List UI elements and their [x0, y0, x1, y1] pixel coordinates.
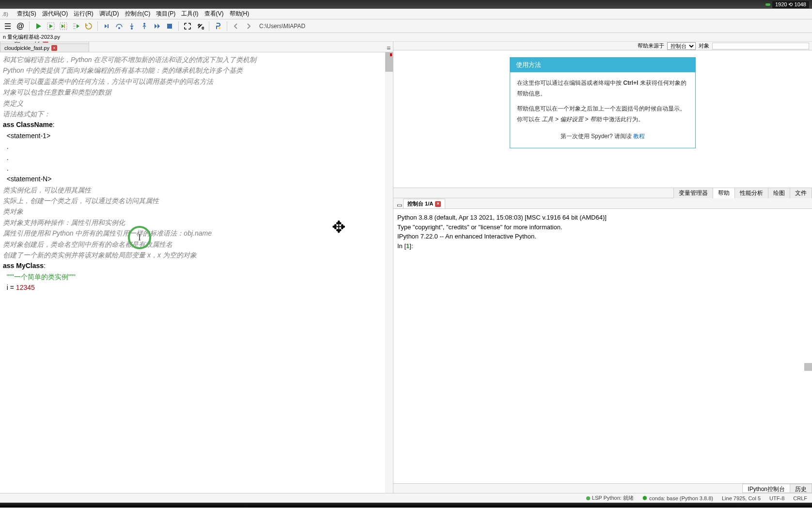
menu-控制台(C)[interactable]: 控制台(C) [122, 9, 154, 18]
window-title-hint: .8) [2, 11, 8, 17]
console-bottom-tab[interactable]: IPython控制台 [742, 484, 790, 493]
console-tabs: ▭ 控制台 1/A × [393, 198, 812, 209]
console-scroll-square[interactable] [804, 363, 812, 371]
right-pane-tabs: 变量管理器帮助性能分析绘图文件 [393, 188, 812, 198]
help-object-input[interactable] [712, 43, 809, 49]
svg-point-3 [118, 27, 120, 29]
run-selection-icon[interactable] [70, 20, 82, 32]
at-icon[interactable]: @ [15, 20, 26, 32]
menu-项目(P)[interactable]: 项目(P) [153, 9, 178, 18]
console-options-icon[interactable]: ▭ [395, 202, 403, 208]
help-object-label: 对象 [699, 42, 709, 49]
help-card: 使用方法 在这里你可以通过在编辑器或者终端中按 Ctrl+I 来获得任何对象的帮… [510, 57, 696, 148]
pane-tab-变量管理器[interactable]: 变量管理器 [673, 188, 713, 199]
console-line: Python 3.8.8 (default, Apr 13 2021, 15:0… [397, 213, 808, 222]
svg-point-7 [219, 27, 220, 29]
step-over-icon[interactable] [113, 20, 125, 32]
window-top-edge: 1920 ⟲ 1048 [0, 0, 812, 9]
menu-查看(V)[interactable]: 查看(V) [202, 9, 227, 18]
pane-tab-绘图[interactable]: 绘图 [768, 188, 790, 199]
main-toolbar: @ C:\Users\MIAPAD [0, 19, 812, 33]
right-panel: 帮助来源于 控制台 对象 使用方法 在这里你可以通过在编辑器或者终端中按 Ctr… [393, 42, 812, 493]
menu-源代码(O)[interactable]: 源代码(O) [39, 9, 71, 18]
editor-pane: temp.py×Python 量化编程基础-2023.py×using_sys.… [0, 42, 393, 493]
close-icon[interactable]: × [43, 42, 48, 43]
menu-调试(D)[interactable]: 调试(D) [96, 9, 122, 18]
code-line: . [0, 141, 393, 152]
close-icon[interactable]: × [51, 45, 57, 51]
tutorial-link[interactable]: 教程 [633, 133, 645, 140]
battery-led-icon [765, 3, 770, 6]
help-pane: 使用方法 在这里你可以通过在编辑器或者终端中按 Ctrl+I 来获得任何对象的帮… [393, 50, 812, 188]
code-line: 类实例化后，可以使用其属性 [0, 185, 393, 195]
tabs-overflow-icon[interactable]: ≡ [384, 44, 393, 52]
status-eol: CRLF [793, 495, 807, 501]
code-line: 类对象支持两种操作：属性引用和实例化 [0, 217, 393, 228]
editor-tab[interactable]: cloudpickle_fast.py× [0, 44, 89, 52]
rerun-icon[interactable] [83, 20, 94, 32]
help-source-select[interactable]: 控制台 [667, 42, 696, 50]
code-line: ass MyClass: [0, 260, 393, 271]
console-line: IPython 7.22.0 -- An enhanced Interactiv… [397, 232, 808, 241]
code-line: 类对象创建后，类命名空间中所有的命名都是有效属性名 [0, 239, 393, 250]
menubar: .8) 查找(S)源代码(O)运行(R)调试(D)控制台(C)项目(P)工具(I… [0, 9, 812, 19]
code-line: 派生类可以覆盖基类中的任何方法，方法中可以调用基类中的同名方法 [0, 76, 393, 87]
scrollbar-marker-icon [390, 53, 392, 56]
step-into-icon[interactable] [126, 20, 138, 32]
help-paragraph-2: 帮助信息可以在一个对象之后加上一个左圆括号的时候自动显示。你可以在 工具 > 偏… [517, 104, 688, 125]
code-line: 属性引用使用和 Python 中所有的属性引用一样的标准语法：obj.name [0, 228, 393, 238]
console-tab-1[interactable]: 控制台 1/A × [403, 199, 445, 208]
console-output[interactable]: Python 3.8.8 (default, Apr 13 2021, 15:0… [393, 209, 812, 483]
debug-icon[interactable] [101, 20, 112, 32]
working-directory[interactable]: C:\Users\MIAPAD [259, 23, 305, 30]
console-pane: ▭ 控制台 1/A × Python 3.8.8 (default, Apr 1… [393, 198, 812, 493]
editor-scrollbar[interactable] [385, 52, 393, 493]
tab-label: using_name.py [4, 42, 41, 43]
back-icon[interactable] [230, 20, 242, 32]
continue-icon[interactable] [151, 20, 163, 32]
code-line: ass ClassName: [0, 119, 393, 130]
maximize-pane-icon[interactable] [182, 20, 193, 32]
run-cell-advance-icon[interactable] [58, 20, 69, 32]
status-position: Line 7925, Col 5 [722, 495, 761, 501]
outline-icon[interactable] [2, 20, 14, 32]
menu-帮助(H)[interactable]: 帮助(H) [227, 9, 252, 18]
menu-运行(R)[interactable]: 运行(R) [71, 9, 96, 18]
run-icon[interactable] [32, 20, 44, 32]
help-footer: 第一次使用 Spyder? 请阅读 教程 [517, 131, 688, 142]
status-conda: ⬢conda: base (Python 3.8.8) [642, 495, 713, 501]
breadcrumb: n 量化编程基础-2023.py [0, 33, 812, 42]
menu-查找(S)[interactable]: 查找(S) [14, 9, 39, 18]
svg-point-5 [143, 23, 145, 25]
run-cell-icon[interactable] [45, 20, 57, 32]
code-line: 实际上，创建一个类之后，可以通过类名访问其属性 [0, 195, 393, 206]
code-line: Python 中的类提供了面向对象编程的所有基本功能：类的继承机制允许多个基类 [0, 65, 393, 76]
help-source-bar: 帮助来源于 控制台 对象 [393, 42, 812, 50]
step-out-icon[interactable] [139, 20, 150, 32]
menu-工具(I)[interactable]: 工具(I) [178, 9, 201, 18]
status-encoding: UTF-8 [769, 495, 784, 501]
forward-icon[interactable] [243, 20, 254, 32]
statusbar: LSP Python: 就绪 ⬢conda: base (Python 3.8.… [0, 493, 812, 503]
preferences-icon[interactable] [194, 20, 206, 32]
pane-tab-帮助[interactable]: 帮助 [713, 188, 735, 199]
tab-label: cloudpickle_fast.py [4, 45, 49, 51]
code-line: 类对象 [0, 206, 393, 217]
help-card-title: 使用方法 [510, 58, 695, 72]
svg-rect-6 [167, 24, 172, 29]
pane-tab-性能分析[interactable]: 性能分析 [734, 188, 768, 199]
taskbar-edge [0, 503, 812, 508]
code-editor[interactable]: 和其它编程语言相比，Python 在尽可能不增加新的语法和语义的情况下加入了类机… [0, 52, 393, 493]
pane-tab-文件[interactable]: 文件 [790, 188, 812, 199]
status-led-icon [586, 496, 590, 500]
console-prompt[interactable]: In [1]: [397, 241, 808, 251]
console-bottom-tabs: IPython控制台历史 [393, 483, 812, 493]
pythonpath-icon[interactable] [212, 20, 224, 32]
console-line: Type "copyright", "credits" or "license"… [397, 222, 808, 232]
close-icon[interactable]: × [435, 201, 441, 207]
stop-debug-icon[interactable] [164, 20, 175, 32]
console-bottom-tab[interactable]: 历史 [790, 484, 812, 493]
code-line: i = 12345 [0, 282, 393, 293]
cursor-highlight-icon: I [128, 226, 151, 249]
resolution-badge: 1920 ⟲ 1048 [772, 1, 809, 8]
